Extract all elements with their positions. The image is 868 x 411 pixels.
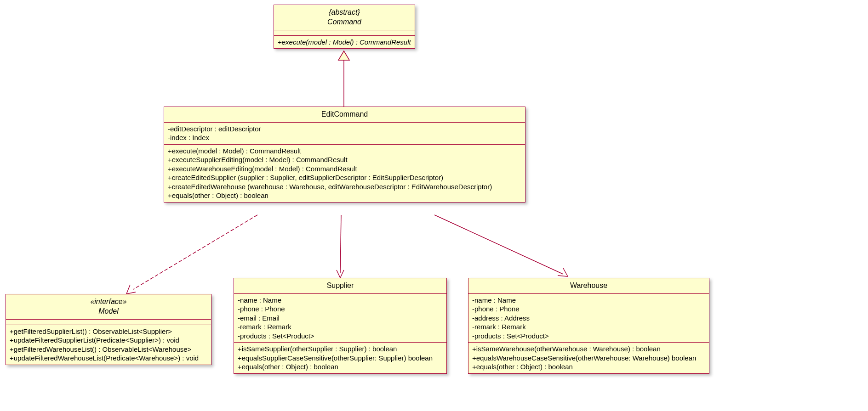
attr: -email : Email — [238, 314, 443, 323]
class-supplier-title: Supplier — [234, 278, 446, 294]
command-name: Command — [280, 17, 409, 27]
method: +isSameSupplier(otherSupplier : Supplier… — [238, 344, 443, 354]
class-supplier-methods: +isSameSupplier(otherSupplier : Supplier… — [234, 343, 446, 373]
method: +createEditedSupplier (supplier : Suppli… — [168, 173, 521, 182]
model-name: Model — [11, 307, 206, 316]
class-warehouse-title: Warehouse — [468, 278, 709, 294]
dependency-arrow-icon — [126, 285, 130, 294]
attr: -name : Name — [472, 296, 705, 305]
method: +updateFilteredSupplierList(Predicate<Su… — [10, 336, 207, 345]
model-stereotype: «interface» — [11, 297, 206, 307]
class-model: «interface» Model +getFilteredSupplierLi… — [6, 294, 211, 365]
class-command-title: {abstract} Command — [274, 5, 415, 30]
method: +executeSupplierEditing(model : Model) :… — [168, 155, 521, 164]
method: +equals(other : Object) : boolean — [238, 362, 443, 372]
warehouse-name: Warehouse — [474, 281, 703, 291]
method: +isSameWarehouse(otherWarehouse : Wareho… — [472, 344, 705, 354]
class-editcommand-methods: +execute(model : Model) : CommandResult … — [164, 145, 525, 202]
attr: -address : Address — [472, 314, 705, 323]
attr: -remark : Remark — [472, 322, 705, 332]
method: +getFilteredSupplierList() : ObservableL… — [10, 327, 207, 336]
class-supplier: Supplier -name : Name -phone : Phone -em… — [234, 278, 447, 374]
association-arrow-icon — [558, 276, 568, 276]
method: +equalsWarehouseCaseSensitive(otherWareh… — [472, 354, 705, 363]
method: +updateFilteredWarehouseList(Predicate<W… — [10, 354, 207, 363]
inheritance-arrowhead-icon — [338, 51, 349, 60]
class-model-title: «interface» Model — [6, 294, 211, 320]
class-command: {abstract} Command +execute(model : Mode… — [274, 5, 415, 49]
association-line — [434, 215, 563, 274]
association-arrow-icon — [340, 270, 344, 278]
attr: -phone : Phone — [472, 304, 705, 314]
attr: -phone : Phone — [238, 304, 443, 314]
class-command-attrs — [274, 30, 415, 36]
class-model-attrs — [6, 320, 211, 325]
class-command-methods: +execute(model : Model) : CommandResult — [274, 36, 415, 49]
attr: -editDescriptor : editDescriptor — [168, 124, 521, 134]
attr: -index : Index — [168, 133, 521, 142]
attr: -name : Name — [238, 296, 443, 305]
association-arrow-icon — [563, 268, 568, 276]
editcommand-name: EditCommand — [170, 110, 520, 119]
class-editcommand-attrs: -editDescriptor : editDescriptor -index … — [164, 123, 525, 145]
attr: -products : Set<Product> — [472, 332, 705, 341]
method: +execute(model : Model) : CommandResult — [278, 38, 411, 47]
attr: -products : Set<Product> — [238, 332, 443, 341]
class-supplier-attrs: -name : Name -phone : Phone -email : Ema… — [234, 294, 446, 343]
method: +createEditedWarehouse (warehouse : Ware… — [168, 182, 521, 191]
method: +equals(other : Object) : boolean — [472, 362, 705, 372]
attr: -remark : Remark — [238, 322, 443, 332]
supplier-name: Supplier — [240, 281, 441, 291]
class-editcommand-title: EditCommand — [164, 107, 525, 123]
class-warehouse-methods: +isSameWarehouse(otherWarehouse : Wareho… — [468, 343, 709, 373]
class-editcommand: EditCommand -editDescriptor : editDescri… — [164, 107, 525, 203]
method: +executeWarehouseEditing(model : Model) … — [168, 164, 521, 174]
class-model-methods: +getFilteredSupplierList() : ObservableL… — [6, 325, 211, 365]
method: +execute(model : Model) : CommandResult — [168, 146, 521, 156]
method: +equalsSupplierCaseSensitive(otherSuppli… — [238, 354, 443, 363]
method: +equals(other : Object) : boolean — [168, 191, 521, 200]
association-arrow-icon — [337, 270, 340, 278]
class-warehouse-attrs: -name : Name -phone : Phone -address : A… — [468, 294, 709, 343]
method: +getFilteredWarehouseList() : Observable… — [10, 345, 207, 354]
command-stereotype: {abstract} — [280, 8, 409, 17]
association-line — [340, 215, 341, 273]
class-warehouse: Warehouse -name : Name -phone : Phone -a… — [468, 278, 709, 374]
